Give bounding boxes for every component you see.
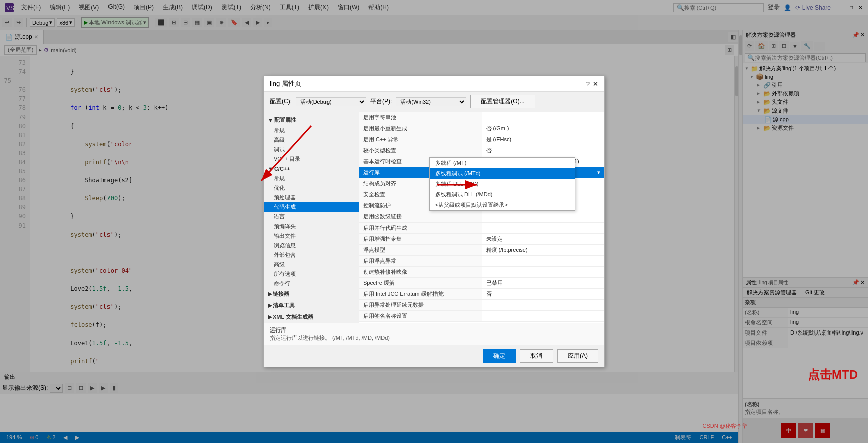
prop-smaller-type: 较小类型检查 否 [359, 145, 604, 156]
prop-enhanced-instr: 启用增强指令集 未设定 [359, 234, 604, 245]
tree-optimization[interactable]: 优化 [264, 183, 359, 193]
tree-manifest-expand: ▶ [268, 302, 272, 309]
tree-config-expand: ▼ [268, 117, 273, 123]
prop-jcc: 启用 Intel JCC Erratum 缓解措施 否 [359, 289, 604, 300]
tree-code-gen[interactable]: 代码生成 [264, 202, 359, 212]
prop-hotpatch-value [482, 267, 604, 278]
dialog-apply-btn[interactable]: 应用(A) [557, 349, 598, 363]
dialog-titlebar: ling 属性页 ? ✕ [264, 76, 604, 92]
prop-hotpatch: 创建热补修补映像 [359, 267, 604, 278]
prop-string-pool-value [482, 112, 604, 123]
dialog-description: 运行库 指定运行库以进行链接。 (/MT, /MTd, /MD, /MDd) [264, 323, 604, 345]
tree-all-options[interactable]: 所有选项 [264, 269, 359, 279]
dialog-body: ▼ 配置属性 常规 高级 调试 VC++ 目录 ▼ C/C++ 常规 优化 预处… [264, 112, 604, 323]
dialog-ok-btn[interactable]: 确定 [483, 349, 516, 363]
dialog-config-row: 配置(C): 活动(Debug) 平台(P): 活动(Win32) 配置管理器(… [264, 92, 604, 112]
dialog-config-select[interactable]: 活动(Debug) [296, 97, 366, 106]
prop-string-pool-label: 启用字符串池 [359, 112, 482, 123]
prop-float-exc: 启用浮点异常 [359, 256, 604, 267]
prop-enhanced-label: 启用增强指令集 [359, 234, 482, 245]
prop-jcc-label: 启用 Intel JCC Erratum 缓解措施 [359, 289, 482, 300]
tree-general[interactable]: 常规 [264, 126, 359, 135]
prop-smaller-value: 否 [482, 145, 604, 156]
dialog-platform-label: 平台(P): [370, 97, 392, 106]
tree-manifest-label: 清单工具 [273, 302, 295, 309]
prop-float-label: 浮点模型 [359, 245, 482, 256]
prop-hotpatch-label: 创建热补修补映像 [359, 267, 482, 278]
runtime-library-dropdown: 多线程 (/MT) 多线程调试 (/MTd) 多线程 DLL (/MD) 多线程… [429, 157, 575, 211]
prop-ehcont-value [482, 300, 604, 311]
dialog: ling 属性页 ? ✕ 配置(C): 活动(Debug) 平台(P): 活动(… [263, 76, 605, 367]
prop-sign: 启用签名名称设置 [359, 311, 604, 322]
dialog-help-btn[interactable]: ? [586, 80, 590, 88]
prop-min-rebuild: 启用最小重新生成 否 (/Gm-) [359, 123, 604, 134]
dropdown-arrow-icon[interactable]: ▾ [597, 169, 600, 176]
tree-vc-dirs[interactable]: VC++ 目录 [264, 154, 359, 164]
prop-jcc-value: 否 [482, 289, 604, 300]
tree-cpp-label: C/C++ [274, 166, 290, 172]
dialog-platform-select[interactable]: 活动(Win32) [396, 97, 466, 106]
tree-xml-section[interactable]: ▶ XML 文档生成器 [264, 311, 359, 323]
tree-linker-section[interactable]: ▶ 链接器 [264, 288, 359, 300]
runtime-option-mtd[interactable]: 多线程调试 (/MTd) [430, 168, 575, 179]
prop-fn-label: 启用函数级链接 [359, 211, 482, 223]
dialog-config-label: 配置(C): [270, 97, 292, 106]
prop-smaller-label: 较小类型检查 [359, 145, 482, 156]
prop-float-exc-label: 启用浮点异常 [359, 256, 482, 267]
dialog-title: ling 属性页 [270, 79, 301, 88]
prop-min-rebuild-value: 否 (/Gm-) [482, 123, 604, 134]
runtime-option-mt[interactable]: 多线程 (/MT) [430, 158, 575, 168]
tree-linker-label: 链接器 [273, 290, 289, 298]
dialog-overlay: ling 属性页 ? ✕ 配置(C): 活动(Debug) 平台(P): 活动(… [0, 0, 868, 443]
tree-debug[interactable]: 调试 [264, 145, 359, 154]
tree-cpp-expand: ▼ [268, 166, 273, 172]
tree-cpp-section[interactable]: ▼ C/C++ [264, 164, 359, 174]
dialog-left-panel: ▼ 配置属性 常规 高级 调试 VC++ 目录 ▼ C/C++ 常规 优化 预处… [264, 112, 359, 323]
tree-language[interactable]: 语言 [264, 212, 359, 222]
desc-title: 运行库 [270, 326, 598, 334]
prop-sign-label: 启用签名名称设置 [359, 311, 482, 322]
tree-config-label: 配置属性 [274, 116, 296, 124]
prop-parallel-value [482, 223, 604, 234]
prop-float-value: 精度 (/fp:precise) [482, 245, 604, 256]
tree-manifest-section[interactable]: ▶ 清单工具 [264, 300, 359, 311]
config-manager-btn[interactable]: 配置管理器(O)... [470, 95, 535, 108]
prop-cpp-exceptions: 启用 C++ 异常 是 (/EHsc) [359, 134, 604, 145]
prop-fn-linking: 启用函数级链接 [359, 211, 604, 223]
prop-min-rebuild-label: 启用最小重新生成 [359, 123, 482, 134]
tree-pch[interactable]: 预编译头 [264, 222, 359, 231]
prop-fn-value [482, 211, 604, 223]
tree-linker-expand: ▶ [268, 291, 272, 297]
prop-enhanced-value: 未设定 [482, 234, 604, 245]
prop-float-exc-value [482, 256, 604, 267]
prop-spectre-value: 已禁用 [482, 278, 604, 289]
tree-xml-label: XML 文档生成器 [273, 313, 313, 321]
tree-cpp-general[interactable]: 常规 [264, 174, 359, 183]
prop-spectre-label: Spectre 缓解 [359, 278, 482, 289]
runtime-option-mdd[interactable]: 多线程调试 DLL (/MDd) [430, 189, 575, 200]
dialog-footer: 确定 取消 应用(A) [264, 345, 604, 367]
tree-output-files[interactable]: 输出文件 [264, 231, 359, 241]
prop-parallel-codegen: 启用并行代码生成 [359, 223, 604, 234]
dialog-cancel-btn[interactable]: 取消 [520, 349, 553, 363]
tree-cmdline[interactable]: 命令行 [264, 279, 359, 288]
properties-table: 启用字符串池 启用最小重新生成 否 (/Gm-) 启用 C++ 异常 是 (/E… [359, 112, 604, 322]
runtime-option-md[interactable]: 多线程 DLL (/MD) [430, 179, 575, 189]
tree-advanced[interactable]: 高级 [264, 135, 359, 145]
tree-config-props[interactable]: ▼ 配置属性 [264, 114, 359, 126]
dialog-title-controls: ? ✕ [586, 80, 598, 88]
prop-ehcont: 启用异常处理延续元数据 [359, 300, 604, 311]
prop-string-pool: 启用字符串池 [359, 112, 604, 123]
tree-external-includes[interactable]: 外部包含 [264, 250, 359, 260]
dialog-right-panel: 启用字符串池 启用最小重新生成 否 (/Gm-) 启用 C++ 异常 是 (/E… [359, 112, 604, 323]
prop-sign-value [482, 311, 604, 322]
prop-ehcont-label: 启用异常处理延续元数据 [359, 300, 482, 311]
tree-preprocessor[interactable]: 预处理器 [264, 193, 359, 202]
desc-text: 指定运行库以进行链接。 (/MT, /MTd, /MD, /MDd) [270, 334, 598, 342]
tree-browse-info[interactable]: 浏览信息 [264, 241, 359, 250]
prop-spectre: Spectre 缓解 已禁用 [359, 278, 604, 289]
prop-cpp-exc-label: 启用 C++ 异常 [359, 134, 482, 145]
tree-advanced2[interactable]: 高级 [264, 260, 359, 269]
runtime-option-inherit[interactable]: <从父级或项目默认设置继承> [430, 200, 575, 210]
dialog-close-btn[interactable]: ✕ [593, 80, 598, 88]
